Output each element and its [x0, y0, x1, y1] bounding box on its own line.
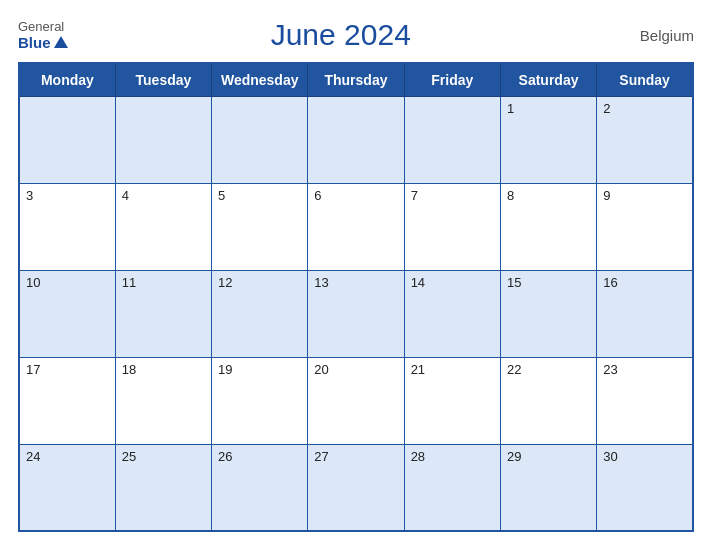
- calendar-week-row: 10111213141516: [19, 270, 693, 357]
- day-number: 5: [218, 188, 225, 203]
- calendar-cell: 11: [115, 270, 211, 357]
- day-number: 3: [26, 188, 33, 203]
- day-number: 15: [507, 275, 521, 290]
- day-number: 9: [603, 188, 610, 203]
- calendar-cell: 14: [404, 270, 500, 357]
- day-number: 26: [218, 449, 232, 464]
- weekday-header-sunday: Sunday: [597, 63, 693, 97]
- day-number: 30: [603, 449, 617, 464]
- calendar-cell: 23: [597, 357, 693, 444]
- calendar-cell: 28: [404, 444, 500, 531]
- country-label: Belgium: [614, 27, 694, 44]
- calendar-cell: 10: [19, 270, 115, 357]
- calendar-cell: [308, 97, 404, 184]
- calendar-cell: 30: [597, 444, 693, 531]
- day-number: 17: [26, 362, 40, 377]
- calendar-cell: 15: [500, 270, 596, 357]
- day-number: 14: [411, 275, 425, 290]
- calendar-cell: 27: [308, 444, 404, 531]
- day-number: 12: [218, 275, 232, 290]
- calendar-cell: 17: [19, 357, 115, 444]
- calendar-cell: 4: [115, 183, 211, 270]
- day-number: 23: [603, 362, 617, 377]
- calendar-cell: 16: [597, 270, 693, 357]
- day-number: 10: [26, 275, 40, 290]
- calendar-cell: [19, 97, 115, 184]
- calendar-cell: [212, 97, 308, 184]
- weekday-header-tuesday: Tuesday: [115, 63, 211, 97]
- day-number: 8: [507, 188, 514, 203]
- calendar-cell: 13: [308, 270, 404, 357]
- day-number: 28: [411, 449, 425, 464]
- calendar-cell: 12: [212, 270, 308, 357]
- calendar-cell: 20: [308, 357, 404, 444]
- calendar-week-row: 24252627282930: [19, 444, 693, 531]
- day-number: 22: [507, 362, 521, 377]
- calendar-cell: 3: [19, 183, 115, 270]
- weekday-header-thursday: Thursday: [308, 63, 404, 97]
- calendar-cell: 22: [500, 357, 596, 444]
- day-number: 6: [314, 188, 321, 203]
- calendar-week-row: 17181920212223: [19, 357, 693, 444]
- weekday-header-friday: Friday: [404, 63, 500, 97]
- day-number: 25: [122, 449, 136, 464]
- logo-triangle-icon: [54, 36, 68, 48]
- page-header: General Blue June 2024 Belgium: [18, 18, 694, 52]
- logo-blue-text: Blue: [18, 34, 68, 51]
- day-number: 16: [603, 275, 617, 290]
- calendar-week-row: 3456789: [19, 183, 693, 270]
- calendar-cell: [115, 97, 211, 184]
- day-number: 24: [26, 449, 40, 464]
- calendar-table: MondayTuesdayWednesdayThursdayFridaySatu…: [18, 62, 694, 532]
- day-number: 2: [603, 101, 610, 116]
- calendar-cell: 1: [500, 97, 596, 184]
- calendar-cell: 9: [597, 183, 693, 270]
- day-number: 29: [507, 449, 521, 464]
- day-number: 1: [507, 101, 514, 116]
- calendar-cell: [404, 97, 500, 184]
- day-number: 19: [218, 362, 232, 377]
- calendar-cell: 8: [500, 183, 596, 270]
- calendar-cell: 21: [404, 357, 500, 444]
- day-number: 7: [411, 188, 418, 203]
- logo-general-text: General: [18, 19, 64, 34]
- day-number: 13: [314, 275, 328, 290]
- weekday-header-monday: Monday: [19, 63, 115, 97]
- weekday-header-row: MondayTuesdayWednesdayThursdayFridaySatu…: [19, 63, 693, 97]
- calendar-cell: 25: [115, 444, 211, 531]
- calendar-cell: 5: [212, 183, 308, 270]
- page-title: June 2024: [68, 18, 614, 52]
- calendar-cell: 6: [308, 183, 404, 270]
- calendar-cell: 24: [19, 444, 115, 531]
- day-number: 18: [122, 362, 136, 377]
- calendar-cell: 26: [212, 444, 308, 531]
- calendar-cell: 7: [404, 183, 500, 270]
- calendar-cell: 29: [500, 444, 596, 531]
- day-number: 21: [411, 362, 425, 377]
- day-number: 20: [314, 362, 328, 377]
- day-number: 11: [122, 275, 136, 290]
- weekday-header-wednesday: Wednesday: [212, 63, 308, 97]
- logo: General Blue: [18, 19, 68, 51]
- day-number: 4: [122, 188, 129, 203]
- weekday-header-saturday: Saturday: [500, 63, 596, 97]
- calendar-cell: 18: [115, 357, 211, 444]
- calendar-cell: 19: [212, 357, 308, 444]
- calendar-cell: 2: [597, 97, 693, 184]
- day-number: 27: [314, 449, 328, 464]
- calendar-week-row: 12: [19, 97, 693, 184]
